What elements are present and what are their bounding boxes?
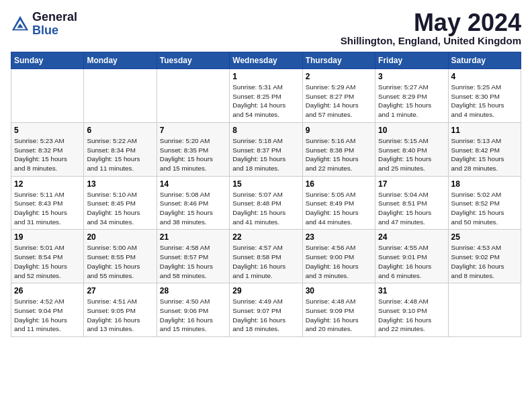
calendar-cell: 16Sunrise: 5:05 AMSunset: 8:49 PMDayligh… [302,176,375,230]
day-info: Sunrise: 5:29 AMSunset: 8:27 PMDaylight:… [306,83,372,120]
day-number: 9 [306,126,372,135]
calendar-cell: 31Sunrise: 4:48 AMSunset: 9:10 PMDayligh… [375,283,448,337]
calendar-cell: 29Sunrise: 4:49 AMSunset: 9:07 PMDayligh… [230,283,302,337]
day-of-week-header: Monday [84,52,157,69]
day-number: 17 [378,179,445,189]
calendar-cell [157,69,229,123]
calendar-cell: 9Sunrise: 5:16 AMSunset: 8:38 PMDaylight… [302,122,375,176]
day-info: Sunrise: 4:51 AMSunset: 9:05 PMDaylight:… [87,297,153,334]
calendar-cell: 17Sunrise: 5:04 AMSunset: 8:51 PMDayligh… [375,176,448,230]
logo: General Blue [11,11,77,38]
day-number: 8 [232,126,299,135]
calendar-cell: 6Sunrise: 5:22 AMSunset: 8:34 PMDaylight… [84,122,157,176]
calendar-body: 1Sunrise: 5:31 AMSunset: 8:25 PMDaylight… [11,69,521,337]
day-number: 22 [232,232,299,242]
day-number: 20 [87,232,153,242]
day-info: Sunrise: 5:16 AMSunset: 8:38 PMDaylight:… [306,136,372,173]
day-info: Sunrise: 5:23 AMSunset: 8:32 PMDaylight:… [14,136,81,173]
calendar-cell [84,69,157,123]
day-info: Sunrise: 4:52 AMSunset: 9:04 PMDaylight:… [14,297,81,334]
day-number: 23 [306,232,372,242]
page-header: General Blue May 2024 Shillington, Engla… [11,11,521,46]
calendar-cell: 10Sunrise: 5:15 AMSunset: 8:40 PMDayligh… [375,122,448,176]
day-of-week-header: Thursday [302,52,375,69]
calendar-cell: 7Sunrise: 5:20 AMSunset: 8:35 PMDaylight… [157,122,229,176]
day-info: Sunrise: 5:11 AMSunset: 8:43 PMDaylight:… [14,190,81,227]
calendar-week-row: 19Sunrise: 5:01 AMSunset: 8:54 PMDayligh… [11,230,521,283]
day-info: Sunrise: 4:56 AMSunset: 9:00 PMDaylight:… [306,243,372,280]
calendar-cell: 15Sunrise: 5:07 AMSunset: 8:48 PMDayligh… [230,176,302,230]
day-number: 5 [14,126,81,135]
calendar-cell: 21Sunrise: 4:58 AMSunset: 8:57 PMDayligh… [157,230,229,283]
day-number: 10 [378,126,445,135]
header-row: SundayMondayTuesdayWednesdayThursdayFrid… [11,52,521,69]
calendar-cell: 26Sunrise: 4:52 AMSunset: 9:04 PMDayligh… [11,283,84,337]
calendar-week-row: 1Sunrise: 5:31 AMSunset: 8:25 PMDaylight… [11,69,521,123]
calendar-cell: 14Sunrise: 5:08 AMSunset: 8:46 PMDayligh… [157,176,229,230]
calendar-cell [11,69,84,123]
calendar-cell: 5Sunrise: 5:23 AMSunset: 8:32 PMDaylight… [11,122,84,176]
day-info: Sunrise: 5:15 AMSunset: 8:40 PMDaylight:… [378,136,445,173]
calendar-cell: 24Sunrise: 4:55 AMSunset: 9:01 PMDayligh… [375,230,448,283]
day-info: Sunrise: 5:31 AMSunset: 8:25 PMDaylight:… [232,83,299,120]
calendar-cell: 11Sunrise: 5:13 AMSunset: 8:42 PMDayligh… [448,122,521,176]
day-info: Sunrise: 4:48 AMSunset: 9:09 PMDaylight:… [306,297,372,334]
day-number: 1 [232,72,299,81]
calendar-cell: 4Sunrise: 5:25 AMSunset: 8:30 PMDaylight… [448,69,521,123]
day-number: 25 [451,232,518,242]
calendar-cell: 23Sunrise: 4:56 AMSunset: 9:00 PMDayligh… [302,230,375,283]
calendar-cell: 3Sunrise: 5:27 AMSunset: 8:29 PMDaylight… [375,69,448,123]
calendar-cell: 1Sunrise: 5:31 AMSunset: 8:25 PMDaylight… [230,69,302,123]
day-number: 14 [160,179,226,189]
calendar-cell: 19Sunrise: 5:01 AMSunset: 8:54 PMDayligh… [11,230,84,283]
day-number: 13 [87,179,153,189]
day-info: Sunrise: 4:53 AMSunset: 9:02 PMDaylight:… [451,243,518,280]
calendar-cell: 2Sunrise: 5:29 AMSunset: 8:27 PMDaylight… [302,69,375,123]
day-number: 27 [87,286,153,295]
calendar-cell: 20Sunrise: 5:00 AMSunset: 8:55 PMDayligh… [84,230,157,283]
day-number: 24 [378,232,445,242]
day-number: 26 [14,286,81,295]
logo-blue: Blue [32,24,77,38]
day-number: 31 [378,286,445,295]
calendar-week-row: 26Sunrise: 4:52 AMSunset: 9:04 PMDayligh… [11,283,521,337]
day-of-week-header: Tuesday [157,52,229,69]
day-info: Sunrise: 5:04 AMSunset: 8:51 PMDaylight:… [378,190,445,227]
day-info: Sunrise: 5:10 AMSunset: 8:45 PMDaylight:… [87,190,153,227]
day-number: 4 [451,72,518,81]
day-of-week-header: Friday [375,52,448,69]
day-info: Sunrise: 5:01 AMSunset: 8:54 PMDaylight:… [14,243,81,280]
day-number: 18 [451,179,518,189]
calendar-cell [448,283,521,337]
day-number: 15 [232,179,299,189]
day-info: Sunrise: 4:58 AMSunset: 8:57 PMDaylight:… [160,243,226,280]
day-info: Sunrise: 5:05 AMSunset: 8:49 PMDaylight:… [306,190,372,227]
day-of-week-header: Wednesday [230,52,302,69]
logo-icon [11,15,30,34]
calendar-cell: 12Sunrise: 5:11 AMSunset: 8:43 PMDayligh… [11,176,84,230]
day-number: 28 [160,286,226,295]
day-number: 11 [451,126,518,135]
calendar-cell: 25Sunrise: 4:53 AMSunset: 9:02 PMDayligh… [448,230,521,283]
calendar-cell: 22Sunrise: 4:57 AMSunset: 8:58 PMDayligh… [230,230,302,283]
day-number: 6 [87,126,153,135]
day-number: 21 [160,232,226,242]
logo-text: General Blue [32,11,77,38]
calendar-cell: 18Sunrise: 5:02 AMSunset: 8:52 PMDayligh… [448,176,521,230]
calendar-header: SundayMondayTuesdayWednesdayThursdayFrid… [11,52,521,69]
calendar-cell: 28Sunrise: 4:50 AMSunset: 9:06 PMDayligh… [157,283,229,337]
day-info: Sunrise: 4:50 AMSunset: 9:06 PMDaylight:… [160,297,226,334]
day-info: Sunrise: 5:00 AMSunset: 8:55 PMDaylight:… [87,243,153,280]
day-number: 12 [14,179,81,189]
calendar-cell: 8Sunrise: 5:18 AMSunset: 8:37 PMDaylight… [230,122,302,176]
day-number: 16 [306,179,372,189]
calendar-week-row: 12Sunrise: 5:11 AMSunset: 8:43 PMDayligh… [11,176,521,230]
day-of-week-header: Sunday [11,52,84,69]
day-info: Sunrise: 5:07 AMSunset: 8:48 PMDaylight:… [232,190,299,227]
day-number: 2 [306,72,372,81]
day-info: Sunrise: 5:02 AMSunset: 8:52 PMDaylight:… [451,190,518,227]
title-block: May 2024 Shillington, England, United Ki… [341,11,521,46]
day-info: Sunrise: 5:08 AMSunset: 8:46 PMDaylight:… [160,190,226,227]
day-number: 19 [14,232,81,242]
day-number: 3 [378,72,445,81]
